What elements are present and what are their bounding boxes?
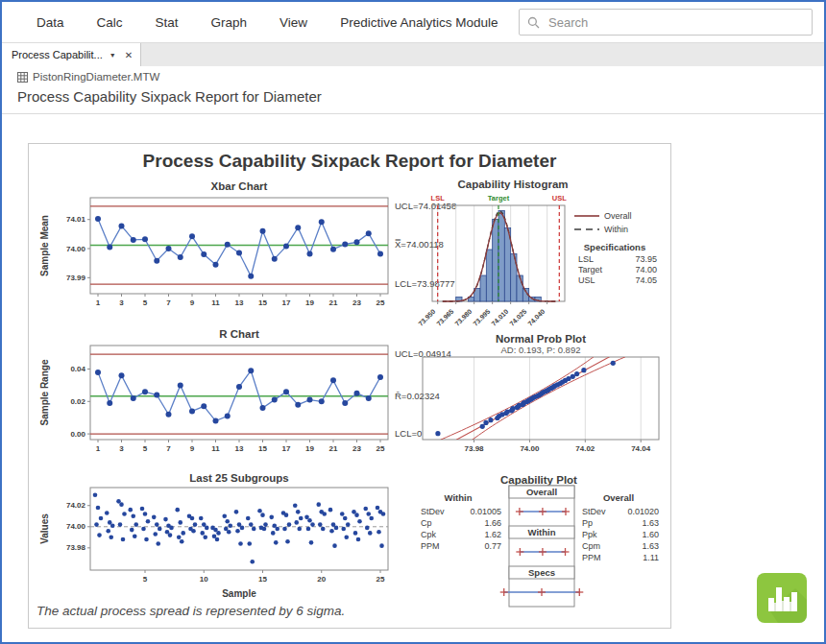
- svg-text:Last 25 Subgroups: Last 25 Subgroups: [189, 472, 289, 484]
- svg-text:Overall: Overall: [604, 211, 632, 221]
- capability-histogram[interactable]: LSLTargetUSL73.95073.96573.98073.99574.0…: [413, 177, 665, 330]
- svg-text:74.01: 74.01: [66, 215, 86, 224]
- svg-text:0.02: 0.02: [70, 397, 85, 406]
- svg-text:74.05: 74.05: [635, 275, 657, 285]
- svg-text:Cpm: Cpm: [582, 541, 600, 551]
- svg-text:21: 21: [329, 298, 338, 307]
- capability-plot[interactable]: Capability PlotOverallWithinSpecsWithinS…: [413, 472, 665, 616]
- svg-text:0.00: 0.00: [70, 430, 85, 439]
- svg-text:Cpk: Cpk: [421, 530, 437, 539]
- svg-text:73.98: 73.98: [66, 543, 86, 552]
- report-footnote: The actual process spread is represented…: [36, 604, 345, 618]
- minitab-logo-icon[interactable]: [757, 573, 807, 623]
- svg-text:USL: USL: [578, 275, 595, 285]
- search-box[interactable]: [519, 9, 813, 36]
- svg-text:LSL: LSL: [578, 254, 594, 264]
- svg-text:0.01020: 0.01020: [627, 507, 659, 516]
- svg-text:19: 19: [305, 444, 314, 453]
- svg-text:Specifications: Specifications: [584, 242, 645, 252]
- tab-close-icon[interactable]: ✕: [125, 50, 133, 60]
- search-icon: [527, 16, 540, 29]
- svg-text:23: 23: [352, 444, 361, 453]
- svg-text:Target: Target: [488, 194, 510, 203]
- svg-text:5: 5: [143, 444, 148, 453]
- output-title: Process Capability Sixpack Report for Di…: [17, 88, 322, 105]
- worksheet-link[interactable]: PistonRingDiameter.MTW: [17, 71, 159, 83]
- svg-text:9: 9: [190, 444, 195, 453]
- menu-item-data[interactable]: Data: [36, 15, 64, 30]
- svg-text:74.040: 74.040: [526, 308, 546, 327]
- xbar-chart[interactable]: 73.9974.0074.01135791113151719212325Xbar…: [35, 177, 463, 324]
- svg-text:Values: Values: [39, 513, 50, 544]
- svg-text:1: 1: [96, 444, 101, 453]
- svg-text:17: 17: [282, 298, 291, 307]
- svg-text:73.995: 73.995: [472, 308, 491, 327]
- svg-text:15: 15: [258, 575, 267, 584]
- svg-text:25: 25: [377, 298, 385, 307]
- svg-text:25: 25: [377, 575, 385, 584]
- svg-text:73.99: 73.99: [66, 274, 86, 282]
- svg-text:Capability Plot: Capability Plot: [500, 474, 577, 486]
- svg-text:25: 25: [377, 444, 385, 453]
- menu-item-view[interactable]: View: [279, 15, 307, 30]
- svg-text:0.77: 0.77: [484, 541, 501, 551]
- svg-text:15: 15: [258, 298, 267, 307]
- svg-text:Capability Histogram: Capability Histogram: [457, 179, 568, 190]
- svg-text:Ppk: Ppk: [582, 530, 597, 539]
- svg-text:10: 10: [200, 575, 208, 584]
- svg-text:LSL: LSL: [431, 194, 446, 203]
- svg-text:Target: Target: [578, 265, 603, 274]
- menu-item-predictive-analytics-module[interactable]: Predictive Analytics Module: [340, 15, 498, 30]
- svg-text:Specs: Specs: [528, 567, 555, 578]
- svg-text:USL: USL: [552, 194, 567, 203]
- worksheet-name: PistonRingDiameter.MTW: [33, 71, 159, 83]
- menu-item-stat[interactable]: Stat: [156, 15, 179, 30]
- svg-text:1.63: 1.63: [642, 541, 659, 551]
- svg-text:Within: Within: [445, 492, 473, 503]
- normal-prob-plot[interactable]: 73.9874.0074.0274.04Normal Prob PlotAD: …: [413, 332, 665, 470]
- svg-text:74.00: 74.00: [520, 444, 540, 453]
- menu-item-graph[interactable]: Graph: [211, 15, 248, 30]
- svg-text:Overall: Overall: [603, 492, 634, 503]
- svg-text:74.00: 74.00: [66, 245, 86, 253]
- menu-item-calc[interactable]: Calc: [97, 15, 123, 30]
- tab-dropdown-icon[interactable]: ▼: [109, 52, 116, 59]
- last-25-subgroups-chart[interactable]: 73.9874.0074.02510152025Last 25 Subgroup…: [35, 470, 463, 605]
- svg-text:1.62: 1.62: [484, 530, 501, 539]
- svg-text:R Chart: R Chart: [219, 328, 259, 340]
- svg-text:Within: Within: [528, 527, 556, 537]
- svg-text:13: 13: [235, 444, 244, 453]
- tab-process-capability[interactable]: Process Capabilit... ▼ ✕: [2, 43, 141, 66]
- svg-text:7: 7: [166, 298, 171, 307]
- menu-bar: Data Calc Stat Graph View Predictive Ana…: [2, 2, 824, 43]
- svg-text:AD: 0.193, P: 0.892: AD: 0.193, P: 0.892: [501, 345, 581, 355]
- svg-text:PPM: PPM: [421, 541, 440, 551]
- svg-text:Overall: Overall: [526, 487, 557, 497]
- svg-text:73.950: 73.950: [417, 308, 436, 327]
- svg-text:StDev: StDev: [421, 507, 445, 516]
- svg-text:Cp: Cp: [421, 518, 432, 528]
- svg-text:Normal Prob Plot: Normal Prob Plot: [496, 333, 586, 345]
- svg-text:73.980: 73.980: [453, 308, 473, 327]
- svg-text:1.60: 1.60: [642, 530, 659, 539]
- search-input[interactable]: [547, 14, 804, 31]
- svg-text:Xbar Chart: Xbar Chart: [211, 180, 268, 192]
- svg-text:20: 20: [317, 575, 326, 584]
- svg-text:74.00: 74.00: [66, 522, 86, 531]
- svg-text:21: 21: [329, 444, 338, 453]
- bar-chart-glyph: [757, 573, 807, 623]
- svg-text:Sample Mean: Sample Mean: [39, 215, 50, 276]
- svg-text:11: 11: [211, 298, 220, 307]
- svg-text:5: 5: [143, 575, 148, 584]
- svg-text:74.00: 74.00: [635, 265, 657, 274]
- report-title: Process Capability Sixpack Report for Di…: [29, 151, 670, 172]
- svg-text:74.04: 74.04: [631, 444, 651, 453]
- svg-text:1.63: 1.63: [642, 518, 659, 528]
- svg-text:15: 15: [258, 444, 267, 453]
- svg-text:11: 11: [211, 444, 220, 453]
- svg-text:0.01005: 0.01005: [470, 507, 501, 516]
- r-chart[interactable]: 0.000.020.04135791113151719212325R Chart…: [35, 326, 463, 470]
- svg-text:0.04: 0.04: [70, 365, 85, 373]
- svg-text:74.025: 74.025: [508, 308, 527, 327]
- svg-text:1.11: 1.11: [643, 553, 659, 562]
